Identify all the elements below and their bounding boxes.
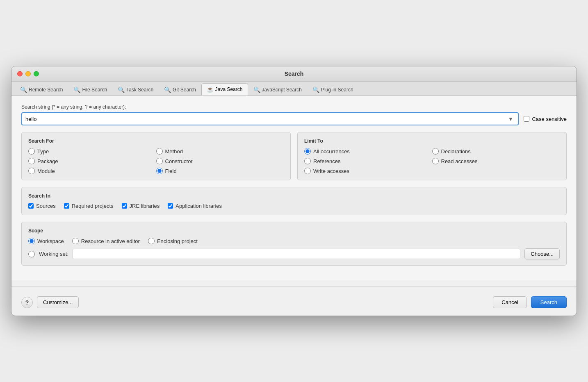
search-for-package-label: Package [37,158,58,164]
two-panels: Search For Type Method Package [21,132,567,180]
scope-resource-radio[interactable] [72,238,79,244]
search-in-required-projects-label: Required projects [72,203,114,209]
tab-java-search[interactable]: ☕ Java Search [201,83,248,96]
case-sensitive-row: Case sensitive [524,116,567,122]
limit-all-occurrences-radio[interactable] [304,148,311,155]
limit-to-panel: Limit To All occurrences Declarations Re… [297,132,567,180]
bottom-bar: ? Customize... Cancel Search [11,292,577,316]
search-in-jre-libraries-checkbox[interactable] [122,203,127,209]
working-set-row: Working set: Choose... [28,248,560,259]
limit-to-title: Limit To [304,138,560,144]
search-button[interactable]: Search [531,296,567,308]
limit-read-accesses: Read accesses [432,158,560,164]
search-for-module-radio[interactable] [28,168,35,174]
limit-read-accesses-label: Read accesses [441,158,478,164]
title-bar: Search [11,66,577,82]
scope-title: Scope [28,228,560,234]
scope-enclosing-project: Enclosing project [148,238,198,244]
case-sensitive-checkbox[interactable] [524,116,529,122]
limit-declarations-radio[interactable] [432,148,439,155]
scope-resource-in-active-editor: Resource in active editor [72,238,140,244]
search-input-row: ▼ Case sensitive [21,112,567,125]
search-for-module: Module [28,168,156,174]
maximize-button[interactable] [34,71,39,77]
search-for-constructor: Constructor [156,158,284,164]
tab-git-search-label: Git Search [173,87,196,93]
search-for-constructor-radio[interactable] [156,158,163,164]
choose-button[interactable]: Choose... [524,248,560,259]
search-for-method-label: Method [165,148,183,155]
tab-remote-search[interactable]: 🔍 Remote Search [15,83,68,96]
git-search-icon: 🔍 [164,86,171,93]
limit-to-options: All occurrences Declarations References … [304,148,560,174]
javascript-search-icon: 🔍 [253,86,260,93]
tab-file-search-label: File Search [82,87,107,93]
java-search-icon: ☕ [207,86,213,93]
search-in-sources-checkbox[interactable] [28,203,34,209]
search-in-sources-label: Sources [36,203,56,209]
tab-file-search[interactable]: 🔍 File Search [68,83,112,96]
cancel-button[interactable]: Cancel [493,296,526,308]
search-in-required-projects-checkbox[interactable] [64,203,69,209]
search-in-application-libraries-checkbox[interactable] [168,203,173,209]
limit-declarations: Declarations [432,148,560,155]
tab-task-search[interactable]: 🔍 Task Search [112,83,159,96]
main-content: Search string (* = any string, ? = any c… [11,96,577,280]
tab-git-search[interactable]: 🔍 Git Search [159,83,201,96]
search-in-sources: Sources [28,203,56,209]
plugin-search-icon: 🔍 [312,86,319,93]
search-in-required-projects: Required projects [64,203,114,209]
search-in-jre-libraries-label: JRE libraries [130,203,160,209]
close-button[interactable] [17,71,23,77]
tabs-bar: 🔍 Remote Search 🔍 File Search 🔍 Task Sea… [11,82,577,96]
traffic-lights [17,71,39,77]
scope-workspace-radio[interactable] [28,238,35,244]
search-for-field: Field [156,168,284,174]
minimize-button[interactable] [25,71,31,77]
limit-all-occurrences: All occurrences [304,148,432,155]
search-in-section: Search In Sources Required projects JRE … [21,187,567,215]
scope-working-set-radio[interactable] [28,251,35,257]
scope-workspace: Workspace [28,238,64,244]
divider [11,286,577,286]
search-for-method-radio[interactable] [156,148,163,155]
tab-plugin-search-label: Plug-in Search [321,87,353,93]
tab-javascript-search[interactable]: 🔍 JavaScript Search [248,83,307,96]
search-input-wrapper: ▼ [21,112,519,125]
bottom-left: ? Customize... [21,296,79,308]
bottom-right: Cancel Search [493,296,567,308]
search-for-package: Package [28,158,156,164]
working-set-label: Working set: [39,251,68,257]
tab-java-search-label: Java Search [215,86,243,92]
search-for-type-radio[interactable] [28,148,35,155]
working-set-input[interactable] [73,249,520,259]
scope-radios: Workspace Resource in active editor Encl… [28,238,560,244]
search-in-title: Search In [28,193,560,199]
tab-remote-search-label: Remote Search [29,87,63,93]
search-for-type-label: Type [37,148,49,155]
search-in-items: Sources Required projects JRE libraries … [28,203,560,209]
limit-declarations-label: Declarations [441,148,471,155]
search-input[interactable] [25,116,506,122]
search-for-title: Search For [28,138,284,144]
dropdown-arrow-icon[interactable]: ▼ [506,115,515,123]
limit-references: References [304,158,432,164]
search-for-panel: Search For Type Method Package [21,132,291,180]
search-for-module-label: Module [37,168,55,174]
search-for-field-radio[interactable] [156,168,163,174]
search-for-package-radio[interactable] [28,158,35,164]
tab-plugin-search[interactable]: 🔍 Plug-in Search [307,83,359,96]
tab-javascript-search-label: JavaScript Search [262,87,302,93]
search-in-jre-libraries: JRE libraries [122,203,160,209]
help-button[interactable]: ? [21,297,33,308]
search-string-label: Search string (* = any string, ? = any c… [21,104,567,110]
dialog-title: Search [285,70,304,77]
search-in-application-libraries: Application libraries [168,203,222,209]
limit-read-accesses-radio[interactable] [432,158,439,164]
limit-references-label: References [313,158,340,164]
customize-button[interactable]: Customize... [37,296,79,308]
limit-references-radio[interactable] [304,158,311,164]
scope-enclosing-radio[interactable] [148,238,155,244]
limit-write-accesses-radio[interactable] [304,168,311,174]
search-for-method: Method [156,148,284,155]
